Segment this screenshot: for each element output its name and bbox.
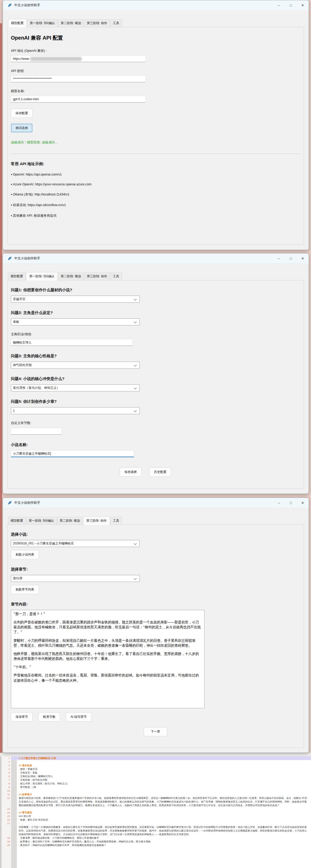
- tab-0[interactable]: 模型配置: [8, 517, 26, 525]
- editor-top-gap: [0, 753, 311, 756]
- tab-2[interactable]: 第二阶段: 规划: [58, 273, 84, 280]
- editor-line-5: 5- 主角设定：老板: [0, 771, 311, 775]
- tab-2[interactable]: 第二阶段: 规划: [57, 517, 83, 525]
- minimize-button[interactable]: –: [273, 0, 285, 10]
- editor-line-20: 20- 悬念钩子：神秘侍从品尝螺蛳粉后竟默不作声，背后隐藏的真相是否会被揭露？: [0, 843, 311, 847]
- tab-4[interactable]: 工具: [110, 517, 122, 525]
- chapter-content-label: 章节内容:: [11, 602, 300, 607]
- editor-line-16: 16- 标题：重生之味·初开粉店: [0, 818, 311, 822]
- python-logo-icon: [7, 501, 12, 505]
- novel-name-input[interactable]: 小刀重生穿越之开螺蛳粉店: [11, 451, 134, 457]
- chapter-content-textarea[interactable]: “那一刀，是谁？！”尖利的声音在破败的巷口炸开，跟着便是沉重的踏步声和金铁的碰撞…: [11, 610, 204, 708]
- tab-1[interactable]: 第一阶段: 5问确认: [27, 20, 58, 27]
- python-logo-icon: [7, 3, 12, 7]
- refresh-chapters-button[interactable]: 刷新章节列表: [11, 585, 39, 594]
- api-url-input[interactable]: https://www.: [11, 55, 146, 62]
- line-number: 14: [2, 811, 11, 814]
- editor-line-text: ## 章节规划: [17, 811, 311, 814]
- editor-line-text: # 小刀重生穿越之开螺蛳粉店 大纲: [17, 756, 311, 760]
- api-example-item: 其他兼容 API: 根据服务商提供: [11, 214, 300, 218]
- save-config-button[interactable]: 保存配置: [11, 109, 33, 118]
- api-example-item: Azure OpenAI: https://your-resource.open…: [11, 183, 300, 186]
- close-button[interactable]: ✕: [297, 498, 309, 508]
- editor-line-10: 10: [0, 789, 311, 793]
- titlebar: 中文小说创作助手 – □ ✕: [3, 498, 309, 508]
- line-number: 1: [2, 756, 11, 760]
- minimize-button[interactable]: –: [273, 253, 285, 263]
- tab-0[interactable]: 模型配置: [8, 19, 27, 27]
- editor-lines[interactable]: 1# 小刀重生穿越之开螺蛳粉店 大纲23## 基本信息4- 题材：穿越开店5- …: [0, 756, 311, 868]
- examples-heading: 常用 API 地址示例:: [11, 161, 300, 166]
- page-title: OpenAI 兼容 API 配置: [11, 34, 300, 41]
- api-url-value: https://www.: [13, 57, 30, 61]
- save-selection-button[interactable]: 保存选择: [120, 467, 142, 476]
- chapter-count-select[interactable]: 1: [11, 407, 140, 414]
- novel-name-label: 小说名称:: [11, 442, 300, 447]
- chapter-paragraph: 声音被他压在喉间。过去的一切未曾远去，冤屈、背叛、那张面目狰狞的赵斌。如今柳州的…: [13, 673, 202, 683]
- personality-select[interactable]: 帅气阳光开朗: [11, 362, 140, 369]
- chevron-down-icon: [134, 409, 137, 412]
- chevron-down-icon: [134, 386, 137, 389]
- editor-line-8: 8- 核心冲突：复仇雪恨（复仇计划、伸张正义）: [0, 782, 311, 785]
- personality-select-value: 帅气阳光开朗: [13, 363, 32, 367]
- api-key-input[interactable]: ********************************: [11, 75, 146, 82]
- maximize-button[interactable]: □: [285, 0, 297, 10]
- api-example-item: Ollama (本地): http://localhost:11434/v1: [11, 192, 300, 197]
- check-word-count-button[interactable]: 检查字数: [38, 712, 60, 721]
- editor-line-text: - 主要场景：柳州城边陲旧巷、小刀新开的螺蛳粉店、黄昏人声鼎沸的集市: [17, 836, 311, 840]
- editor-filler: [0, 847, 311, 868]
- novel-select[interactable]: 20260316_001 - 小刀重生穿越之开螺蛳粉店: [11, 540, 140, 547]
- test-connection-button[interactable]: 测试连接: [11, 123, 33, 132]
- tab-bar: 模型配置第一阶段: 5问确认第二阶段: 规划第三阶段: 创作工具: [3, 273, 309, 280]
- tab-4[interactable]: 工具: [110, 20, 122, 27]
- chevron-down-icon: [134, 320, 137, 323]
- next-chapter-button[interactable]: 下一章: [144, 727, 167, 736]
- editor-line-12: 12被昔日权臣设计陷害、最终惨死的“小刀”在死后灵魂穿越回十年前的水乡小镇。他保…: [0, 796, 311, 807]
- minimize-button[interactable]: –: [273, 498, 285, 508]
- tab-1[interactable]: 第一阶段: 5问确认: [26, 272, 58, 281]
- close-button[interactable]: ✕: [297, 0, 309, 10]
- line-number: 15: [2, 814, 11, 818]
- tab-bar: 模型配置第一阶段: 5问确认第二阶段: 规划第三阶段: 创作工具: [3, 20, 309, 27]
- tab-0[interactable]: 模型配置: [8, 273, 26, 280]
- line-number: 9: [2, 785, 11, 789]
- line-number: 12: [2, 796, 11, 807]
- editor-line-text: [17, 789, 311, 793]
- model-name-input[interactable]: gpt-5.1-codex-mini: [11, 96, 146, 102]
- maximize-button[interactable]: □: [285, 253, 297, 263]
- api-example-item: OpenAI: https://api.openai.com/v1: [11, 173, 300, 176]
- editor-line-text: [17, 807, 311, 811]
- tab-2[interactable]: 第二阶段: 规划: [58, 20, 84, 27]
- tab-1[interactable]: 第一阶段: 5问确认: [26, 517, 56, 525]
- chapter-count-select-value: 1: [13, 409, 15, 413]
- custom-chapters-input[interactable]: [11, 428, 62, 435]
- tab-pane-model-config: OpenAI 兼容 API 配置 API 地址 (OpenAI 兼容) : ht…: [7, 27, 304, 245]
- history-config-button[interactable]: 历史配置: [149, 467, 171, 476]
- api-example-item: 硅基流动: https://api.siliconflow.cn/v1: [11, 203, 300, 207]
- close-button[interactable]: ✕: [297, 253, 309, 263]
- novel-name-value: 小刀重生穿越之开螺蛳粉店: [13, 452, 50, 456]
- conflict-select-value: 复仇雪恨（复仇计划、伸张正义）: [13, 386, 60, 390]
- occupation-input[interactable]: 螺蛳粉主理人: [11, 339, 133, 346]
- tab-3[interactable]: 第三阶段: 创作: [84, 273, 110, 280]
- protagonist-select[interactable]: 老板: [11, 318, 140, 326]
- conflict-select[interactable]: 复仇雪恨（复仇计划、伸张正义）: [11, 384, 140, 392]
- editor-line-11: 11## 故事简介: [0, 793, 311, 796]
- connection-status-message: 连接成功！模型回复: 连接成功...: [11, 140, 300, 145]
- tab-3[interactable]: 第三阶段: 创作: [84, 20, 110, 27]
- editor-line-text: - 标题：重生之味·初开粉店: [17, 818, 311, 822]
- question4-label: 问题4: 小说的核心冲突是什么?: [11, 376, 300, 381]
- ai-continue-button[interactable]: AI 续写章节: [66, 712, 91, 721]
- tab-3[interactable]: 第三阶段: 创作: [83, 517, 110, 525]
- maximize-button[interactable]: □: [285, 498, 297, 508]
- tab-4[interactable]: 工具: [110, 273, 122, 280]
- novel-select-value: 20260316_001 - 小刀重生穿越之开螺蛳粉店: [13, 541, 74, 546]
- chapter-select[interactable]: 第01章: [11, 575, 140, 582]
- editor-line-18: 18- 主要场景：柳州城边陲旧巷、小刀新开的螺蛳粉店、黄昏人声鼎沸的集市: [0, 836, 311, 840]
- editor-line-text: [17, 760, 311, 764]
- save-chapter-button[interactable]: 保存章节: [11, 712, 33, 721]
- genre-select[interactable]: 穿越开店: [11, 296, 140, 303]
- refresh-novels-button[interactable]: 刷新小说列表: [11, 550, 39, 559]
- tab-bar: 模型配置第一阶段: 5问确认第二阶段: 规划第三阶段: 创作工具: [3, 517, 309, 525]
- chapter-paragraph: 他睁开眼，视线里出现了熟悉而又陌生的柳州旧巷。十年前！他重生了。看了看自己壮实的…: [13, 651, 202, 661]
